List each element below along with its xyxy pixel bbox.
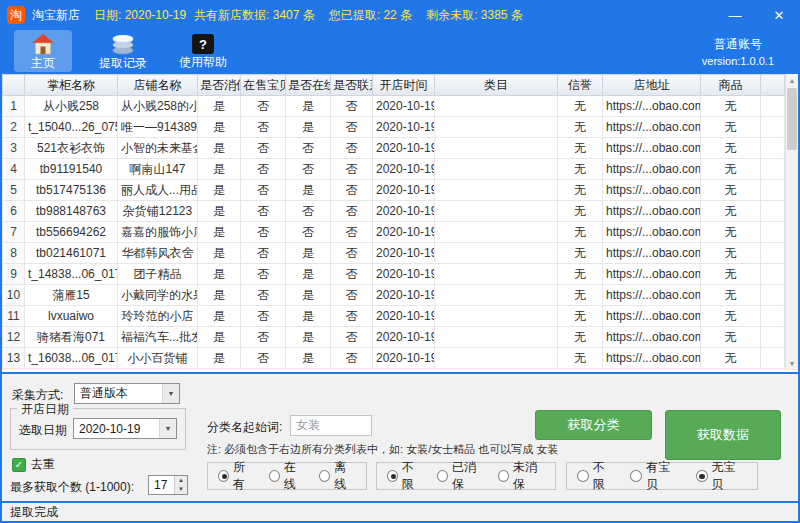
- home-icon: [31, 33, 55, 55]
- radio-offline-label: 离线: [334, 459, 356, 493]
- table-row[interactable]: 1从小贱258从小贱258的小店是否是否2020-10-19无https://.…: [3, 96, 785, 117]
- window-title: 淘宝新店: [32, 7, 80, 24]
- table-row[interactable]: 2t_15040...26_0755唯一—914389是否是否2020-10-1…: [3, 117, 785, 138]
- header-shopkeeper[interactable]: 掌柜名称: [25, 75, 118, 96]
- minimize-button[interactable]: —: [724, 8, 746, 23]
- statusbar: 提取完成: [2, 501, 798, 521]
- radio-items-any[interactable]: 不限: [577, 459, 616, 493]
- header-store-url[interactable]: 店地址: [603, 75, 701, 96]
- vertical-scrollbar[interactable]: ▲ ▼: [785, 74, 798, 370]
- radio-unselected-icon: [269, 470, 280, 482]
- settings-panel: 采集方式: 普通版本 ▼ 开店日期 选取日期 2020-10-19 ▼ ✓ 去重…: [2, 374, 798, 501]
- header-reputation[interactable]: 信誉: [558, 75, 603, 96]
- table-row[interactable]: 4tb91191540啊南山147是否否否2020-10-19无https://…: [3, 159, 785, 180]
- header-products[interactable]: 商品: [701, 75, 761, 96]
- table-cell: 无: [701, 117, 761, 138]
- table-row[interactable]: 6tb988148763杂货铺12123是否否否2020-10-19无https…: [3, 201, 785, 222]
- table-row[interactable]: 7tb556694262嘉嘉的服饰小店是否否否2020-10-19无https:…: [3, 222, 785, 243]
- home-button[interactable]: 主页: [14, 30, 72, 72]
- dedupe-checkbox-row[interactable]: ✓ 去重: [12, 456, 55, 473]
- max-count-value: 17: [149, 476, 174, 494]
- radio-online[interactable]: 在线: [269, 459, 306, 493]
- table-cell: t_16038...06_0177: [25, 348, 118, 369]
- radio-unselected-icon: [437, 470, 448, 482]
- scroll-down-icon[interactable]: ▼: [786, 357, 798, 370]
- table-cell: 无: [558, 327, 603, 348]
- table-cell: 否: [241, 201, 286, 222]
- header-store-name[interactable]: 店铺名称: [118, 75, 198, 96]
- header-items-on-sale[interactable]: 在售宝贝: [241, 75, 286, 96]
- radio-unprotected[interactable]: 未消保: [498, 459, 545, 493]
- database-icon: [110, 33, 136, 55]
- table-cell: [761, 285, 785, 306]
- radio-all-label: 所有: [233, 459, 255, 493]
- dedupe-checkbox[interactable]: ✓: [12, 458, 26, 472]
- table-row[interactable]: 10蒲雁15小戴同学的水果铺是否是否2020-10-19无https://...…: [3, 285, 785, 306]
- extract-records-button[interactable]: 提取记录: [94, 30, 152, 72]
- table-row[interactable]: 3521衣衫衣饰小智的未来基金是否否否2020-10-19无https://..…: [3, 138, 785, 159]
- table-cell: [761, 117, 785, 138]
- table-cell: 无: [558, 138, 603, 159]
- table-cell: 2020-10-19: [373, 348, 435, 369]
- table-row[interactable]: 13t_16038...06_0177小小百货铺是否是否2020-10-19无h…: [3, 348, 785, 369]
- table-cell: 2020-10-19: [373, 285, 435, 306]
- radio-has-items[interactable]: 有宝贝: [630, 459, 681, 493]
- table-cell: https://...obao.com: [603, 285, 701, 306]
- table-cell: 小小百货铺: [118, 348, 198, 369]
- help-button[interactable]: ? 使用帮助: [174, 30, 232, 72]
- scrollbar-thumb[interactable]: [787, 88, 797, 150]
- table-cell: 从小贱258的小店: [118, 96, 198, 117]
- table-cell: 是: [286, 96, 331, 117]
- get-data-button[interactable]: 获取数据: [665, 410, 781, 460]
- table-cell: 否: [241, 159, 286, 180]
- table-cell: 无: [558, 285, 603, 306]
- table-row[interactable]: 8tb021461071华都韩风衣舍是否是否2020-10-19无https:/…: [3, 243, 785, 264]
- table-cell: 否: [241, 180, 286, 201]
- header-contact[interactable]: 是否联系: [331, 75, 373, 96]
- header-online[interactable]: 是否在线: [286, 75, 331, 96]
- category-start-input[interactable]: 女装: [290, 415, 372, 436]
- radio-protection-any[interactable]: 不限: [387, 459, 423, 493]
- radio-unselected-icon: [498, 470, 509, 482]
- table-cell: [435, 348, 558, 369]
- table-cell: https://...obao.com: [603, 222, 701, 243]
- radio-protected[interactable]: 已消保: [437, 459, 484, 493]
- table-cell: 小智的未来基金: [118, 138, 198, 159]
- header-consumer-protection[interactable]: 是否消保: [198, 75, 241, 96]
- table-cell: 无: [701, 348, 761, 369]
- table-cell: 是: [198, 348, 241, 369]
- stepper-up-icon[interactable]: ▲: [175, 476, 187, 485]
- table-row[interactable]: 11lvxuaiwo玲玲范的小店是否是否2020-10-19无https://.…: [3, 306, 785, 327]
- table-cell: 否: [331, 285, 373, 306]
- get-categories-button[interactable]: 获取分类: [535, 410, 652, 440]
- table-cell: 否: [331, 327, 373, 348]
- table-cell: 否: [331, 180, 373, 201]
- scroll-up-icon[interactable]: ▲: [786, 74, 798, 87]
- table-row[interactable]: 12骑猪看海071福福汽车...批发零售是否是否2020-10-19无https…: [3, 327, 785, 348]
- table-cell: 2020-10-19: [373, 180, 435, 201]
- table-cell: 2020-10-19: [373, 264, 435, 285]
- table-row[interactable]: 9t_14838...06_0177团子精品是否是否2020-10-19无htt…: [3, 264, 785, 285]
- radio-offline[interactable]: 离线: [319, 459, 356, 493]
- collect-mode-dropdown[interactable]: 普通版本 ▼: [74, 383, 180, 404]
- version-label: version:1.0.0.1: [702, 53, 774, 70]
- row-number-cell: 5: [3, 180, 25, 201]
- table-cell: 是: [198, 243, 241, 264]
- stepper-down-icon[interactable]: ▼: [175, 485, 187, 494]
- stepper-arrows[interactable]: ▲▼: [174, 476, 187, 494]
- select-date-dropdown[interactable]: 2020-10-19 ▼: [73, 418, 177, 439]
- close-button[interactable]: ✕: [768, 8, 790, 23]
- table-cell: https://...obao.com: [603, 117, 701, 138]
- table-row[interactable]: 5tb517475136丽人成人...用品商店是否是否2020-10-19无ht…: [3, 180, 785, 201]
- table-cell: 是: [286, 306, 331, 327]
- header-open-time[interactable]: 开店时间: [373, 75, 435, 96]
- header-category[interactable]: 类目: [435, 75, 558, 96]
- radio-all[interactable]: 所有: [218, 459, 255, 493]
- max-count-stepper[interactable]: 17 ▲▼: [148, 475, 188, 495]
- table-cell: 否: [331, 264, 373, 285]
- table-cell: 嘉嘉的服饰小店: [118, 222, 198, 243]
- table-cell: 否: [331, 159, 373, 180]
- titlebar: 淘 淘宝新店 日期: 2020-10-19 共有新店数据: 3407 条 您已提…: [2, 2, 798, 28]
- radio-no-items[interactable]: 无宝贝: [696, 459, 747, 493]
- table-cell: 是: [286, 327, 331, 348]
